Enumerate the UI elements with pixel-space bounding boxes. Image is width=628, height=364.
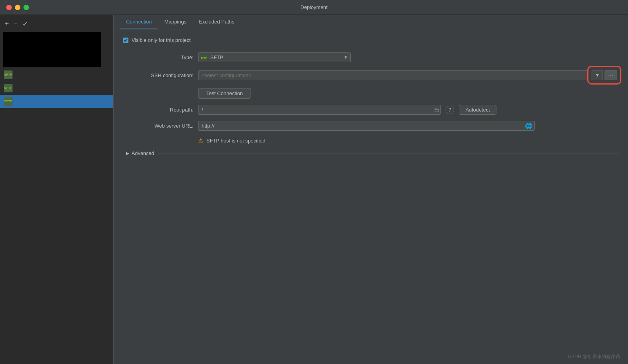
sftp-icon-2: SFTP xyxy=(4,84,13,92)
minimize-button[interactable] xyxy=(15,5,20,10)
window-controls[interactable] xyxy=(6,5,29,10)
folder-browse-button[interactable]: 🗀 xyxy=(434,107,439,113)
tab-connection[interactable]: Connection xyxy=(120,15,158,29)
warning-row: ⚠ SFTP host is not specified xyxy=(123,137,619,144)
sftp-icon-3: SFTP xyxy=(4,97,13,106)
add-server-button[interactable]: + xyxy=(3,20,11,28)
sidebar-item-3[interactable]: SFTP xyxy=(0,95,113,108)
type-select[interactable]: SFTP xyxy=(198,52,351,62)
sidebar-item-1[interactable]: SFTP xyxy=(0,68,113,81)
main-layout: + − ✓ SFTP SFTP SFTP xyxy=(0,15,628,364)
tab-mappings[interactable]: Mappings xyxy=(158,15,193,29)
ssh-ellipsis-button[interactable]: ··· xyxy=(605,70,617,80)
tab-bar: Connection Mappings Excluded Paths xyxy=(114,15,628,29)
sidebar-item-2[interactable]: SFTP xyxy=(0,81,113,95)
web-server-url-input[interactable] xyxy=(198,121,535,131)
folder-icon: 🗀 xyxy=(434,107,439,113)
ssh-config-wrapper: ▼ ··· xyxy=(198,68,619,82)
tab-excluded-paths[interactable]: Excluded Paths xyxy=(193,15,240,29)
sidebar-toolbar: + − ✓ xyxy=(0,18,113,31)
visible-only-row: Visible only for this project xyxy=(123,37,619,43)
type-select-wrapper: SFTP SFTP ▼ xyxy=(198,52,351,62)
advanced-divider xyxy=(158,153,619,153)
type-row: Type: SFTP SFTP ▼ xyxy=(123,52,619,62)
window-title: Deployment xyxy=(300,4,327,10)
visible-only-label: Visible only for this project xyxy=(132,37,191,43)
ssh-config-input[interactable] xyxy=(198,70,588,80)
type-label: Type: xyxy=(123,54,193,60)
sidebar: + − ✓ SFTP SFTP SFTP xyxy=(0,15,114,364)
watermark: CSDN @水果味的程序员 xyxy=(568,353,620,360)
web-server-url-row: Web server URL: 🌐 xyxy=(123,121,619,131)
globe-icon-button[interactable]: 🌐 xyxy=(525,123,532,130)
content-area: Connection Mappings Excluded Paths Visib… xyxy=(114,15,628,364)
globe-icon: 🌐 xyxy=(525,123,532,129)
help-button[interactable]: ? xyxy=(446,106,454,114)
web-server-url-label: Web server URL: xyxy=(123,123,193,129)
ssh-dropdown-button[interactable]: ▼ xyxy=(592,70,603,80)
test-connection-button[interactable]: Test Connection xyxy=(198,88,251,99)
server-preview xyxy=(3,32,101,67)
confirm-button[interactable]: ✓ xyxy=(21,20,30,28)
warning-text: SFTP host is not specified xyxy=(206,138,265,144)
root-input-wrapper: 🗀 xyxy=(198,105,441,115)
close-button[interactable] xyxy=(6,5,12,10)
sftp-icon-1: SFTP xyxy=(4,70,13,79)
ssh-config-row: SSH configuration: ▼ ··· xyxy=(123,68,619,82)
test-connection-row: Test Connection xyxy=(123,88,619,99)
advanced-arrow-icon[interactable]: ▶ xyxy=(126,151,129,155)
maximize-button[interactable] xyxy=(23,5,29,10)
ssh-config-label: SSH configuration: xyxy=(123,72,193,78)
autodetect-button[interactable]: Autodetect xyxy=(459,105,496,115)
visible-only-checkbox[interactable] xyxy=(123,38,128,43)
root-path-label: Root path: xyxy=(123,107,193,113)
root-path-input[interactable] xyxy=(198,105,441,115)
ellipsis-icon: ··· xyxy=(608,72,614,78)
form-area: Visible only for this project Type: SFTP… xyxy=(114,29,628,364)
advanced-label[interactable]: Advanced xyxy=(132,150,154,156)
red-highlight-outline: ▼ ··· xyxy=(590,68,619,82)
remove-server-button[interactable]: − xyxy=(12,20,20,28)
title-bar: Deployment xyxy=(0,0,628,15)
warning-icon: ⚠ xyxy=(198,137,203,144)
root-path-row: Root path: 🗀 ? Autodetect xyxy=(123,105,619,115)
dropdown-arrow-icon: ▼ xyxy=(595,73,599,77)
advanced-row: ▶ Advanced xyxy=(123,150,619,156)
url-input-wrapper: 🌐 xyxy=(198,121,535,131)
